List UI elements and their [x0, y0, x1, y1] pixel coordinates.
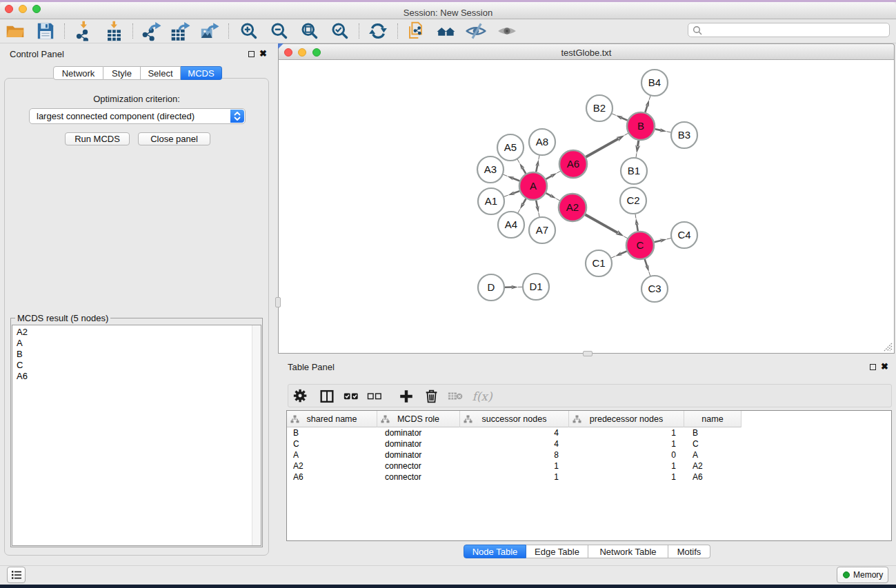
- delete-column-icon[interactable]: [422, 387, 441, 406]
- graph-edge-A-A4[interactable]: [517, 199, 526, 213]
- column-header-shared-name[interactable]: shared name: [287, 411, 377, 427]
- tab-node-table[interactable]: Node Table: [464, 545, 526, 558]
- graph-node-A3[interactable]: A3: [477, 156, 504, 183]
- graph-edge-C-C4[interactable]: [654, 238, 671, 243]
- table-options-icon[interactable]: [291, 387, 310, 406]
- refresh-icon[interactable]: [368, 21, 388, 41]
- graph-edge-A-A7[interactable]: [535, 201, 539, 218]
- run-mcds-button[interactable]: Run MCDS: [65, 132, 130, 145]
- graph-edge-B-B2[interactable]: [611, 114, 627, 121]
- select-all-columns-icon[interactable]: [341, 387, 361, 406]
- mcds-result-item[interactable]: A6: [17, 371, 28, 382]
- search-box[interactable]: [688, 23, 890, 37]
- result-list-scrollbar[interactable]: [252, 325, 261, 545]
- resize-grip-icon[interactable]: [884, 343, 893, 352]
- graph-edge-A-A5[interactable]: [517, 159, 526, 174]
- tab-edge-table[interactable]: Edge Table: [526, 545, 588, 558]
- hide-panel-icon[interactable]: [466, 21, 486, 41]
- graph-edge-A2-C[interactable]: [585, 214, 628, 239]
- graph-node-C[interactable]: C: [626, 232, 654, 259]
- graph-node-C2[interactable]: C2: [620, 187, 646, 214]
- table-panel-float-button[interactable]: [870, 364, 876, 370]
- network-canvas[interactable]: AA1A2A3A4A5A6A7A8BB1B2B3B4CC1C2C3C4DD1: [278, 60, 895, 354]
- tab-select[interactable]: Select: [141, 66, 181, 80]
- graph-edge-A-A6[interactable]: [546, 171, 561, 179]
- graph-edge-C-C2[interactable]: [635, 214, 639, 231]
- duplicate-network-icon[interactable]: [406, 21, 426, 41]
- close-panel-button[interactable]: Close panel: [138, 132, 210, 145]
- mcds-result-item[interactable]: B: [17, 349, 28, 360]
- table-row-C[interactable]: Cdominator41C: [287, 438, 891, 449]
- graph-node-C4[interactable]: C4: [671, 222, 697, 248]
- graph-edge-B-B1[interactable]: [635, 141, 640, 158]
- table-panel-close-button[interactable]: ✖: [881, 363, 888, 370]
- tab-network-table[interactable]: Network Table: [588, 545, 668, 558]
- graph-edge-A-A2[interactable]: [546, 193, 560, 201]
- graph-node-A8[interactable]: A8: [529, 129, 555, 155]
- import-table-icon[interactable]: [104, 21, 123, 41]
- export-image-icon[interactable]: [199, 21, 219, 41]
- graph-node-D[interactable]: D: [478, 274, 504, 301]
- control-panel-close-button[interactable]: ✖: [259, 50, 267, 57]
- graph-edge-D-D1[interactable]: [505, 285, 523, 290]
- open-session-icon[interactable]: [6, 21, 25, 41]
- graph-node-A1[interactable]: A1: [478, 188, 504, 214]
- zoom-selected-icon[interactable]: [330, 21, 350, 41]
- graph-node-A5[interactable]: A5: [497, 134, 524, 161]
- graph-edge-A6-B[interactable]: [586, 133, 628, 157]
- zoom-in-icon[interactable]: [239, 21, 259, 41]
- graph-edge-A-A1[interactable]: [504, 191, 519, 196]
- mcds-result-list[interactable]: A2ABCA6: [12, 325, 261, 546]
- graph-edge-C-C1[interactable]: [610, 251, 626, 258]
- table-row-B[interactable]: Bdominator41B: [287, 427, 891, 438]
- tab-mcds[interactable]: MCDS: [181, 66, 222, 80]
- show-panel-icon[interactable]: [497, 21, 517, 41]
- graph-edge-B-B4[interactable]: [645, 95, 650, 112]
- graph-node-B2[interactable]: B2: [586, 95, 613, 121]
- graph-node-D1[interactable]: D1: [523, 274, 549, 300]
- column-header-successor-nodes[interactable]: successor nodes: [460, 411, 569, 427]
- graph-node-B4[interactable]: B4: [641, 70, 668, 96]
- show-column-icon[interactable]: [317, 387, 337, 406]
- node-table[interactable]: shared name MCDS role successor nodes pr…: [286, 410, 892, 541]
- graph-node-A2[interactable]: A2: [559, 194, 586, 221]
- graph-edge-A-A8[interactable]: [535, 155, 539, 172]
- graph-node-A4[interactable]: A4: [498, 212, 524, 238]
- graph-node-A7[interactable]: A7: [529, 217, 555, 243]
- graph-node-C1[interactable]: C1: [586, 250, 612, 276]
- graph-edge-A-A3[interactable]: [503, 174, 520, 181]
- search-input[interactable]: [705, 24, 884, 36]
- app-titlebar[interactable]: Session: New Session: [0, 2, 896, 19]
- zoom-out-icon[interactable]: [270, 21, 289, 41]
- unselect-all-columns-icon[interactable]: [365, 387, 384, 406]
- mcds-result-item[interactable]: A: [17, 338, 28, 349]
- panel-list-button[interactable]: [7, 567, 26, 583]
- control-panel-float-button[interactable]: [248, 51, 255, 57]
- save-session-icon[interactable]: [36, 21, 55, 41]
- splitter-knob-left[interactable]: [275, 297, 281, 307]
- memory-button[interactable]: Memory: [837, 567, 888, 583]
- zoom-fit-icon[interactable]: [300, 21, 319, 41]
- mcds-result-item[interactable]: C: [17, 360, 28, 371]
- tab-network[interactable]: Network: [53, 66, 103, 80]
- graph-node-B3[interactable]: B3: [671, 122, 697, 148]
- import-network-icon[interactable]: [74, 21, 93, 41]
- criterion-select[interactable]: largest connected component (directed): [29, 108, 246, 124]
- table-row-A2[interactable]: A2connector11A2: [287, 460, 891, 472]
- graph-node-B[interactable]: B: [627, 112, 655, 140]
- export-table-icon[interactable]: [170, 21, 190, 41]
- graph-node-C3[interactable]: C3: [641, 276, 668, 302]
- tab-style[interactable]: Style: [103, 66, 141, 80]
- graph-edge-B-B3[interactable]: [655, 128, 672, 132]
- column-header-name[interactable]: name: [684, 411, 741, 427]
- home-view-icon[interactable]: [437, 21, 456, 41]
- tab-motifs[interactable]: Motifs: [668, 545, 710, 558]
- export-network-icon[interactable]: [141, 21, 161, 41]
- network-window-titlebar[interactable]: testGlobe.txt: [278, 43, 895, 60]
- graph-node-A6[interactable]: A6: [559, 150, 587, 178]
- new-column-icon[interactable]: [397, 387, 416, 406]
- graph-node-B1[interactable]: B1: [621, 158, 647, 184]
- graph-edge-C-C3[interactable]: [645, 259, 650, 276]
- table-row-A[interactable]: Adominator80A: [287, 449, 891, 460]
- column-header-MCDS-role[interactable]: MCDS role: [377, 411, 460, 427]
